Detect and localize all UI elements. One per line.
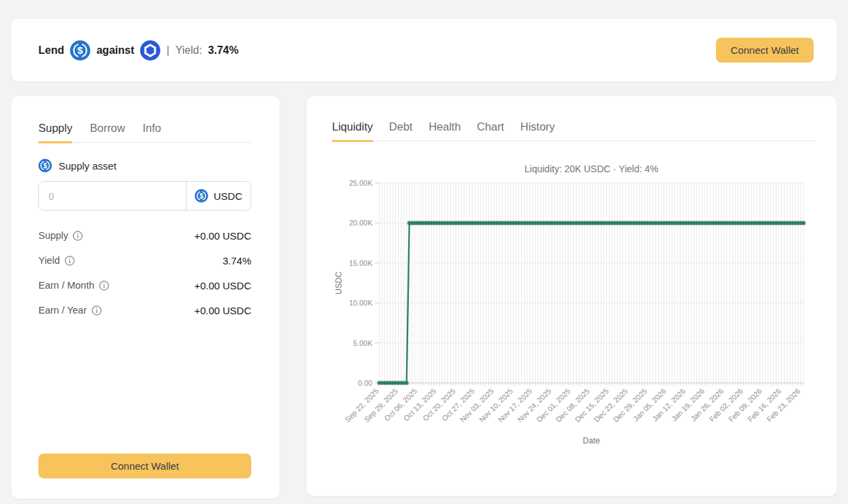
stat-label: Earn / Year — [38, 305, 87, 316]
supply-asset-row: $ Supply asset — [38, 159, 251, 172]
liquidity-chart-container: Liquidity: 20K USDC · Yield: 4%0.005.00K… — [317, 158, 837, 472]
tab-health[interactable]: Health — [428, 120, 461, 142]
usdc-icon: $ — [38, 159, 52, 172]
svg-text:$: $ — [199, 192, 203, 200]
usdc-icon: $ — [70, 40, 90, 61]
svg-text:$: $ — [77, 44, 84, 56]
info-icon[interactable] — [99, 281, 109, 291]
connect-wallet-button[interactable]: Connect Wallet — [38, 454, 251, 478]
supply-asset-label: Supply asset — [59, 160, 117, 172]
tab-borrow[interactable]: Borrow — [90, 122, 125, 143]
usdc-icon: $ — [195, 189, 208, 203]
stat-value: +0.00 USDC — [194, 230, 251, 242]
info-icon[interactable] — [65, 256, 75, 266]
svg-text:USDC: USDC — [334, 271, 344, 294]
stat-value: +0.00 USDC — [194, 305, 251, 316]
svg-text:25.00K: 25.00K — [349, 179, 373, 187]
svg-text:Date: Date — [583, 436, 600, 445]
info-icon[interactable] — [92, 305, 102, 316]
asset-selector[interactable]: $ USDC — [186, 182, 251, 210]
svg-text:5.00K: 5.00K — [353, 339, 372, 347]
stat-row-supply: Supply +0.00 USDC — [38, 228, 251, 243]
stat-rows: Supply +0.00 USDC Yield 3.74% — [38, 228, 251, 318]
amount-input[interactable] — [39, 182, 186, 210]
market-detail-tabs: Liquidity Debt Health Chart History — [332, 120, 816, 141]
supply-panel: Supply Borrow Info $ Supply asset $ — [11, 96, 280, 499]
stat-row-earn-year: Earn / Year +0.00 USDC — [38, 303, 251, 318]
liquidity-chart[interactable]: Liquidity: 20K USDC · Yield: 4%0.005.00K… — [317, 158, 837, 469]
stat-label: Yield — [38, 255, 60, 266]
tab-debt[interactable]: Debt — [389, 120, 413, 142]
tab-liquidity[interactable]: Liquidity — [332, 120, 373, 142]
stat-label: Supply — [38, 230, 68, 241]
stat-row-yield: Yield 3.74% — [38, 253, 251, 268]
tab-history[interactable]: History — [520, 120, 554, 142]
svg-text:15.00K: 15.00K — [349, 259, 373, 267]
supply-panel-tabs: Supply Borrow Info — [38, 122, 251, 143]
info-icon[interactable] — [73, 231, 83, 241]
against-label: against — [96, 44, 134, 57]
market-detail-panel: Liquidity Debt Health Chart History Liqu… — [306, 96, 837, 496]
stat-label: Earn / Month — [38, 280, 94, 291]
lend-label: Lend — [38, 44, 64, 57]
svg-text:10.00K: 10.00K — [349, 299, 373, 307]
svg-text:20.00K: 20.00K — [349, 219, 373, 227]
stat-value: +0.00 USDC — [194, 280, 251, 291]
yield-label: Yield: — [175, 44, 201, 57]
svg-text:0.00: 0.00 — [358, 379, 372, 387]
svg-text:Liquidity: 20K USDC · Yield: 4: Liquidity: 20K USDC · Yield: 4% — [525, 164, 658, 174]
yield-value: 3.74% — [208, 44, 238, 57]
separator: | — [166, 44, 169, 57]
market-summary: Lend $ against | Yield: 3.74% — [38, 40, 238, 61]
asset-selector-label: USDC — [214, 190, 242, 202]
stat-value: 3.74% — [222, 255, 251, 266]
tab-info[interactable]: Info — [143, 122, 162, 143]
header-card: Lend $ against | Yield: 3.74% Connect Wa… — [11, 19, 837, 81]
chainlink-icon — [140, 40, 160, 61]
connect-wallet-button[interactable]: Connect Wallet — [716, 38, 814, 63]
stat-row-earn-month: Earn / Month +0.00 USDC — [38, 278, 251, 293]
tab-supply[interactable]: Supply — [38, 122, 72, 143]
svg-text:$: $ — [43, 162, 47, 170]
amount-box: $ USDC — [38, 181, 251, 211]
tab-chart[interactable]: Chart — [477, 120, 504, 142]
